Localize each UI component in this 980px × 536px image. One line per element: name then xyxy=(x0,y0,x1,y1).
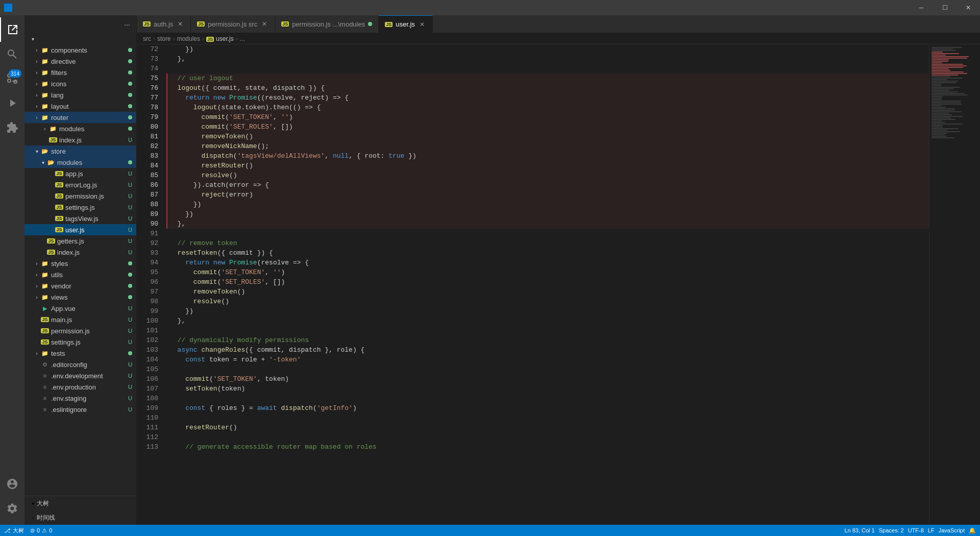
modified-badge: U xyxy=(128,238,132,244)
folder-icon: 📁 xyxy=(41,113,49,121)
chevron-right-icon: › xyxy=(33,293,41,301)
sidebar-item-store[interactable]: ▾ 📂 store xyxy=(24,145,136,157)
sidebar-item-store-index-js[interactable]: › JS index.js U xyxy=(24,247,136,258)
sidebar-item-env-prod[interactable]: › ≡ .env.production U xyxy=(24,381,136,393)
sidebar-item-icons[interactable]: › 📁 icons xyxy=(24,78,136,89)
tab-close-button[interactable]: ✕ xyxy=(176,20,184,28)
sidebar-item-app-js[interactable]: › JS app.js U xyxy=(24,168,136,179)
breadcrumb-user-js[interactable]: user.js xyxy=(216,35,234,42)
folder-icon: 📁 xyxy=(41,282,49,290)
sidebar-item-root-permission-js[interactable]: › JS permission.js U xyxy=(24,325,136,336)
menu-terminal[interactable] xyxy=(71,7,80,9)
sidebar-item-editorconfig[interactable]: › ⚙ .editorconfig U xyxy=(24,359,136,370)
breadcrumb-ellipsis[interactable]: ... xyxy=(240,35,245,42)
statusbar-spaces[interactable]: Spaces: 2 xyxy=(879,527,904,534)
statusbar-bell[interactable]: 🔔 xyxy=(969,527,976,534)
menu-goto[interactable] xyxy=(53,7,61,9)
tab-auth-js[interactable]: JS auth.js ✕ xyxy=(137,15,191,33)
sidebar-item-main-js[interactable]: › JS main.js U xyxy=(24,314,136,325)
sidebar-item-errorlog-js[interactable]: › JS errorLog.js U xyxy=(24,179,136,190)
sidebar-item-layout[interactable]: › 📁 layout xyxy=(24,101,136,112)
statusbar: ⎇ 大树 ⊘ 0 ⚠ 0 Ln 83, Col 1 Spaces: 2 UTF-… xyxy=(0,525,980,536)
statusbar-errors[interactable]: ⊘ 0 ⚠ 0 xyxy=(30,527,52,534)
tree-label: .env.staging xyxy=(51,395,128,402)
sidebar-item-eslintignore[interactable]: › ≡ .eslintignore U xyxy=(24,404,136,415)
statusbar-cursor[interactable]: Ln 83, Col 1 xyxy=(844,527,874,534)
folder-icon: 📁 xyxy=(41,102,49,110)
sidebar-item-env-dev[interactable]: › ≡ .env.development U xyxy=(24,370,136,381)
menu-help[interactable] xyxy=(81,7,89,9)
breadcrumb-modules[interactable]: modules xyxy=(177,35,200,42)
tree-project-root[interactable]: ▾ xyxy=(24,33,136,44)
statusbar-eol[interactable]: LF xyxy=(928,527,935,534)
menu-edit[interactable] xyxy=(26,7,34,9)
tree-label: .eslintignore xyxy=(51,406,128,413)
sidebar-item-timeline[interactable]: › 时间线 xyxy=(24,510,136,525)
js-file-icon: JS xyxy=(55,203,63,211)
menu-run[interactable] xyxy=(62,7,70,9)
sidebar-header: ··· xyxy=(24,15,136,33)
activity-settings[interactable] xyxy=(0,496,24,521)
sidebar-item-app-vue[interactable]: › ▶ App.vue U xyxy=(24,303,136,314)
activity-explorer[interactable] xyxy=(0,17,24,42)
sidebar-item-env-staging[interactable]: › ≡ .env.staging U xyxy=(24,393,136,404)
sidebar-item-components[interactable]: › 📁 components xyxy=(24,44,136,56)
sidebar-item-vendor[interactable]: › 📁 vendor xyxy=(24,280,136,291)
sidebar-item-router[interactable]: › 📁 router xyxy=(24,112,136,123)
tab-permission-src[interactable]: JS permission.js src ✕ xyxy=(191,15,275,33)
chevron-down-icon: ▾ xyxy=(29,499,37,507)
statusbar-language[interactable]: JavaScript xyxy=(939,527,965,534)
tree-label: styles xyxy=(51,260,128,267)
activity-account[interactable] xyxy=(0,472,24,496)
sidebar-item-tagsview-js[interactable]: › JS tagsView.js U xyxy=(24,213,136,224)
sidebar-item-directive[interactable]: › 📁 directive xyxy=(24,56,136,67)
tab-label: auth.js xyxy=(154,20,173,28)
code-editor[interactable]: 7273747576777879808182838485868788899091… xyxy=(137,44,929,525)
sidebar-item-git-tree[interactable]: ▾ 大树 xyxy=(24,496,136,510)
activity-extensions[interactable] xyxy=(0,115,24,140)
code-body[interactable]: }) }, // user logout logout({ commit, st… xyxy=(162,44,929,525)
activity-search[interactable] xyxy=(0,42,24,66)
breadcrumb-src[interactable]: src xyxy=(143,35,151,42)
activity-run[interactable] xyxy=(0,91,24,115)
sidebar-item-router-index[interactable]: › JS index.js U xyxy=(24,134,136,145)
statusbar-encoding[interactable]: UTF-8 xyxy=(908,527,924,534)
error-count: 0 xyxy=(37,527,40,533)
modified-badge xyxy=(128,48,132,52)
git-branch-icon: ⎇ xyxy=(4,527,11,534)
sidebar-item-views[interactable]: › 📁 views xyxy=(24,291,136,303)
tab-permission-modules[interactable]: JS permission.js ...\modules xyxy=(275,15,379,33)
sidebar-item-router-modules[interactable]: › 📁 modules xyxy=(24,123,136,134)
sidebar-item-permission-js[interactable]: › JS permission.js U xyxy=(24,190,136,202)
activity-source-control[interactable]: 314 xyxy=(0,66,24,91)
modified-badge: U xyxy=(128,227,132,233)
close-button[interactable]: ✕ xyxy=(957,0,980,15)
menu-file[interactable] xyxy=(16,7,24,9)
js-file-icon: JS xyxy=(55,181,63,189)
sidebar-item-tests[interactable]: › 📁 tests xyxy=(24,348,136,359)
tab-close-button[interactable]: ✕ xyxy=(260,20,268,28)
menu-selection[interactable] xyxy=(35,7,43,9)
sidebar-item-settings-js[interactable]: › JS settings.js U xyxy=(24,202,136,213)
sidebar-item-utils[interactable]: › 📁 utils xyxy=(24,269,136,280)
js-icon: JS xyxy=(281,21,289,27)
source-control-badge: 314 xyxy=(9,69,21,78)
menu-view[interactable] xyxy=(44,7,52,9)
sidebar-item-getters-js[interactable]: › JS getters.js U xyxy=(24,235,136,247)
modified-badge: U xyxy=(128,215,132,222)
sidebar-item-root-settings-js[interactable]: › JS settings.js U xyxy=(24,336,136,348)
sidebar-item-lang[interactable]: › 📁 lang xyxy=(24,89,136,101)
sidebar-item-user-js[interactable]: › JS user.js U xyxy=(24,224,136,235)
breadcrumb-store[interactable]: store xyxy=(157,35,171,42)
minimize-button[interactable]: ─ xyxy=(910,0,933,15)
sidebar-more-icon[interactable]: ··· xyxy=(124,20,130,29)
sidebar-item-filters[interactable]: › 📁 filters xyxy=(24,67,136,78)
tree-label: modules xyxy=(57,159,128,166)
statusbar-git[interactable]: ⎇ 大树 xyxy=(4,527,24,534)
tab-user-js[interactable]: JS user.js ✕ xyxy=(379,15,433,33)
tab-close-button[interactable]: ✕ xyxy=(418,20,426,29)
sidebar-item-styles[interactable]: › 📁 styles xyxy=(24,258,136,269)
maximize-button[interactable]: ☐ xyxy=(933,0,957,15)
sidebar-item-store-modules[interactable]: ▾ 📂 modules xyxy=(24,157,136,168)
modified-badge: U xyxy=(128,316,132,323)
